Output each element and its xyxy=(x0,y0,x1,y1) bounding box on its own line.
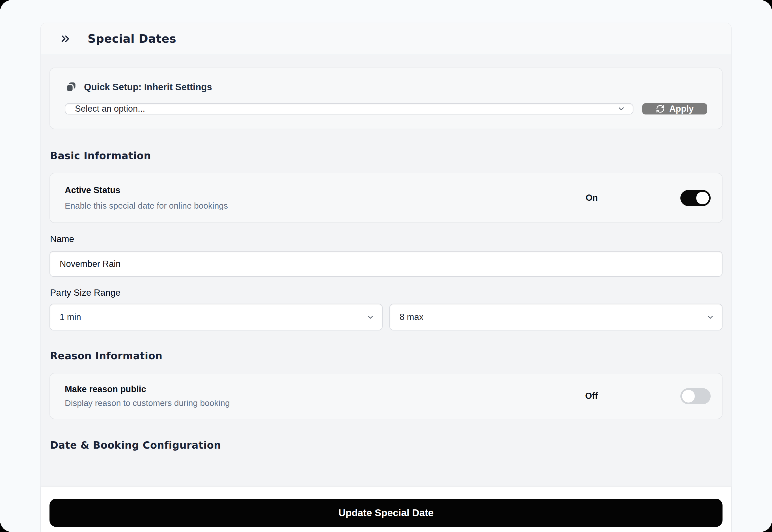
make-reason-public-state-label: Off xyxy=(585,391,598,401)
toggle-knob xyxy=(682,390,695,403)
active-status-description: Enable this special date for online book… xyxy=(65,201,228,211)
app-window: Special Dates Quick Setup: Inherit Setti… xyxy=(0,0,772,532)
chevrons-right-icon[interactable] xyxy=(59,33,71,44)
special-dates-panel: Special Dates Quick Setup: Inherit Setti… xyxy=(40,23,732,532)
chevron-down-icon xyxy=(617,105,626,113)
refresh-icon xyxy=(656,104,665,113)
inherit-settings-select[interactable]: Select an option... xyxy=(65,103,633,114)
section-heading-reason-information: Reason Information xyxy=(50,350,723,362)
make-reason-public-card: Make reason public Display reason to cus… xyxy=(49,373,723,419)
make-reason-public-title: Make reason public xyxy=(65,384,230,394)
page-title: Special Dates xyxy=(88,32,176,45)
panel-header: Special Dates xyxy=(41,23,731,55)
section-heading-date-booking-configuration: Date & Booking Configuration xyxy=(50,440,723,451)
copy-icon xyxy=(65,81,77,93)
chevron-down-icon xyxy=(366,313,375,321)
panel-footer: Update Special Date xyxy=(41,487,731,532)
make-reason-public-texts: Make reason public Display reason to cus… xyxy=(65,384,230,408)
active-status-card: Active Status Enable this special date f… xyxy=(49,173,723,223)
active-status-state-label: On xyxy=(586,193,598,203)
section-heading-basic-information: Basic Information xyxy=(50,150,723,161)
party-size-range-label: Party Size Range xyxy=(50,287,723,298)
quick-setup-card: Quick Setup: Inherit Settings Select an … xyxy=(49,68,723,129)
active-status-toggle[interactable] xyxy=(680,190,711,206)
name-input[interactable] xyxy=(49,251,723,277)
make-reason-public-description: Display reason to customers during booki… xyxy=(65,398,230,408)
name-label: Name xyxy=(50,234,723,244)
apply-button-label: Apply xyxy=(669,104,694,114)
party-size-max-value: 8 max xyxy=(400,312,423,322)
chevron-down-icon xyxy=(706,313,715,321)
quick-setup-title: Quick Setup: Inherit Settings xyxy=(84,82,212,92)
active-status-title: Active Status xyxy=(65,185,228,195)
inherit-settings-select-value: Select an option... xyxy=(75,104,145,114)
update-special-date-button[interactable]: Update Special Date xyxy=(49,499,723,527)
party-size-min-value: 1 min xyxy=(60,312,81,322)
active-status-texts: Active Status Enable this special date f… xyxy=(65,185,228,211)
screenshot-stage: Special Dates Quick Setup: Inherit Setti… xyxy=(0,0,772,532)
make-reason-public-toggle[interactable] xyxy=(680,388,711,404)
toggle-knob xyxy=(696,192,709,204)
party-size-min-select[interactable]: 1 min xyxy=(49,304,382,330)
panel-content[interactable]: Quick Setup: Inherit Settings Select an … xyxy=(41,55,731,487)
apply-button[interactable]: Apply xyxy=(642,103,707,114)
party-size-max-select[interactable]: 8 max xyxy=(390,304,723,330)
